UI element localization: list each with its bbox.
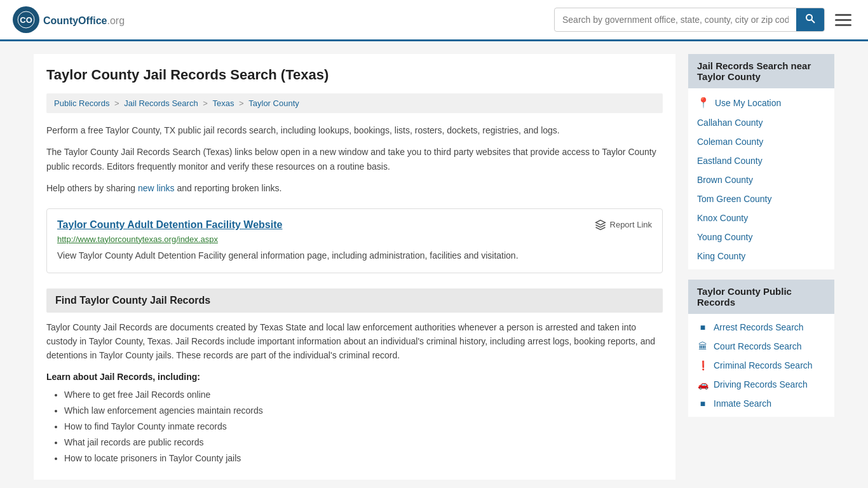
sidebar-link-knox[interactable]: Knox County	[688, 208, 834, 227]
search-bar	[554, 8, 825, 32]
find-section-header: Find Taylor County Jail Records	[46, 288, 663, 313]
list-item: Where to get free Jail Records online	[64, 387, 663, 403]
driving-records-icon: 🚗	[697, 379, 709, 390]
public-records-section: Taylor County Public Records ■ Arrest Re…	[688, 280, 834, 417]
location-pin-icon: 📍	[697, 97, 710, 109]
record-title-link[interactable]: Taylor County Adult Detention Facility W…	[57, 219, 282, 231]
sidebar-link-callahan[interactable]: Callahan County	[688, 113, 834, 132]
sidebar: Jail Records Search near Taylor County 📍…	[688, 54, 834, 480]
breadcrumb: Public Records > Jail Records Search > T…	[46, 93, 663, 113]
record-box: Taylor County Adult Detention Facility W…	[46, 208, 663, 273]
use-my-location[interactable]: 📍 Use My Location	[688, 92, 834, 113]
list-item: How to find Taylor County inmate records	[64, 419, 663, 435]
public-records-header: Taylor County Public Records	[688, 280, 834, 314]
list-item: How to locate prisoners in Taylor County…	[64, 451, 663, 466]
sidebar-link-eastland[interactable]: Eastland County	[688, 151, 834, 170]
criminal-records-icon: ❗	[697, 360, 709, 370]
sidebar-link-brown[interactable]: Brown County	[688, 170, 834, 189]
svg-text:CO: CO	[20, 15, 32, 25]
svg-line-3	[811, 20, 815, 23]
bullet-list: Where to get free Jail Records online Wh…	[46, 387, 663, 467]
list-item: What jail records are public records	[64, 435, 663, 451]
court-records-icon: 🏛	[697, 341, 709, 351]
sidebar-link-young[interactable]: Young County	[688, 227, 834, 247]
breadcrumb-public-records[interactable]: Public Records	[54, 98, 109, 108]
record-description: View Taylor County Adult Detention Facil…	[57, 249, 652, 262]
breadcrumb-taylor-county[interactable]: Taylor County	[248, 98, 299, 108]
menu-button[interactable]	[831, 10, 855, 30]
list-item: Which law enforcement agencies maintain …	[64, 403, 663, 419]
sidebar-link-king[interactable]: King County	[688, 247, 834, 266]
hamburger-line	[835, 19, 851, 21]
sidebar-link-inmate-search[interactable]: ■ Inmate Search	[688, 394, 834, 413]
hamburger-line	[835, 24, 851, 26]
sidebar-link-coleman[interactable]: Coleman County	[688, 132, 834, 151]
intro-p3: Help others by sharing new links and rep…	[46, 181, 663, 195]
breadcrumb-texas[interactable]: Texas	[212, 98, 234, 108]
learn-title: Learn about Jail Records, including:	[46, 372, 663, 382]
page-title: Taylor County Jail Records Search (Texas…	[46, 67, 663, 83]
logo-icon: CO	[13, 6, 39, 33]
sidebar-link-court-records[interactable]: 🏛 Court Records Search	[688, 337, 834, 356]
search-input[interactable]	[555, 10, 796, 30]
find-description: Taylor County Jail Records are documents…	[46, 320, 663, 363]
nearby-section: Jail Records Search near Taylor County 📍…	[688, 54, 834, 269]
search-button[interactable]	[796, 8, 824, 31]
sidebar-link-criminal-records[interactable]: ❗ Criminal Records Search	[688, 356, 834, 375]
report-link[interactable]: Report Link	[595, 219, 652, 231]
header-right	[554, 8, 855, 32]
intro-p2: The Taylor County Jail Records Search (T…	[46, 145, 663, 173]
inmate-search-icon: ■	[697, 398, 709, 409]
sidebar-link-arrest-records[interactable]: ■ Arrest Records Search	[688, 318, 834, 337]
sidebar-link-tomgreen[interactable]: Tom Green County	[688, 189, 834, 208]
hamburger-line	[835, 14, 851, 16]
record-url[interactable]: http://www.taylorcountytexas.org/index.a…	[57, 234, 652, 244]
new-links-link[interactable]: new links	[138, 183, 175, 193]
svg-point-2	[806, 15, 812, 20]
intro-p1: Perform a free Taylor County, TX public …	[46, 123, 663, 137]
arrest-records-icon: ■	[697, 322, 709, 332]
sidebar-link-driving-records[interactable]: 🚗 Driving Records Search	[688, 375, 834, 394]
nearby-header: Jail Records Search near Taylor County	[688, 54, 834, 88]
logo[interactable]: CO CountyOffice.org	[13, 6, 125, 33]
breadcrumb-jail-records[interactable]: Jail Records Search	[124, 98, 198, 108]
nearby-links: 📍 Use My Location Callahan County Colema…	[688, 88, 834, 269]
public-records-links: ■ Arrest Records Search 🏛 Court Records …	[688, 314, 834, 417]
logo-text: CountyOffice.org	[43, 13, 125, 27]
